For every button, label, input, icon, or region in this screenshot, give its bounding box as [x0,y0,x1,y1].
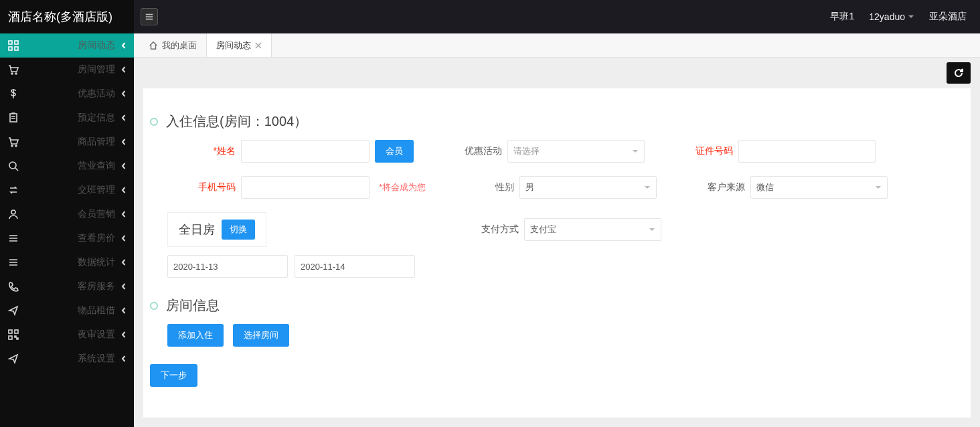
refresh-icon [953,68,964,78]
phone-hint: *将会成为您 [379,181,426,193]
gender-value: 男 [525,181,534,193]
date-end-input[interactable]: 2020-11-14 [295,255,415,278]
sidebar-item-label: 房间管理 [29,64,120,76]
tab-label: 房间动态 [216,39,251,52]
fullday-label: 全日房 [179,222,215,238]
clipboard-icon [8,112,19,123]
source-value: 微信 [756,181,774,193]
chevron-left-icon [120,355,127,362]
chevron-left-icon [120,163,127,169]
idno-input[interactable] [738,140,876,163]
tab-room-status[interactable]: 房间动态 [207,33,272,57]
pay-select[interactable]: 支付宝 [524,218,661,241]
sidebar-item-label: 优惠活动 [29,88,120,100]
svg-rect-0 [9,41,12,44]
sidebar-item-rental[interactable]: 物品租借 [0,298,134,323]
svg-point-4 [11,73,13,74]
sidebar-item-label: 系统设置 [29,353,120,365]
sidebar-item-label: 查看房价 [29,232,120,244]
tabs-bar: 我的桌面 房间动态 [134,33,980,58]
source-select[interactable]: 微信 [750,176,888,199]
section-title: 入住信息(房间：1004） [166,112,307,131]
caret-down-icon [875,184,882,191]
topbar: 早班1 12yaduo 亚朵酒店 [134,0,980,33]
phone-icon [8,281,19,292]
chevron-left-icon [120,307,127,314]
svg-point-9 [9,162,16,169]
promo-select[interactable]: 请选择 [507,140,645,163]
svg-point-7 [11,145,13,147]
sidebar-item-system-settings[interactable]: 系统设置 [0,347,134,371]
select-room-button[interactable]: 选择房间 [233,324,289,347]
svg-rect-11 [9,330,12,333]
hamburger-icon [145,12,154,21]
sidebar-item-shift-manage[interactable]: 交班管理 [0,178,134,202]
svg-rect-2 [9,47,12,50]
svg-rect-13 [9,336,12,339]
hotel-name[interactable]: 亚朵酒店 [929,11,967,23]
shift-label: 早班1 [830,11,854,23]
sidebar-item-night-audit[interactable]: 夜审设置 [0,323,134,347]
svg-point-8 [15,145,17,147]
sidebar-item-sales-query[interactable]: 营业查询 [0,154,134,178]
pay-label: 支付方式 [451,224,524,236]
menu-toggle-button[interactable] [141,8,158,25]
sidebar-item-view-price[interactable]: 查看房价 [0,226,134,250]
user-icon [8,209,19,220]
member-button[interactable]: 会员 [375,140,414,163]
sidebar: 房间动态 房间管理 优惠活动 预定信息 商品管理 [0,33,134,427]
chevron-left-icon [120,283,127,290]
sidebar-item-label: 房间动态 [29,39,120,52]
sidebar-item-room-service[interactable]: 客房服务 [0,274,134,298]
section-title: 房间信息 [166,296,220,315]
svg-point-10 [11,210,15,214]
chevron-left-icon [120,211,127,218]
sidebar-item-label: 商品管理 [29,136,120,148]
caret-down-icon [649,226,655,233]
sidebar-item-statistics[interactable]: 数据统计 [0,250,134,274]
caret-down-icon [908,13,914,20]
tab-home[interactable]: 我的桌面 [139,33,207,57]
caret-down-icon [632,148,639,155]
pay-value: 支付宝 [530,224,556,236]
name-input[interactable] [241,140,370,163]
svg-rect-1 [15,41,18,44]
ring-icon [150,118,158,126]
sidebar-item-label: 预定信息 [29,112,120,124]
sidebar-item-label: 数据统计 [29,256,120,268]
svg-rect-6 [10,114,17,122]
refresh-button[interactable] [947,62,971,84]
sidebar-item-label: 夜审设置 [29,329,120,341]
app-brand: 酒店名称(多酒店版) [0,0,134,33]
swap-icon [8,185,19,195]
chevron-left-icon [120,42,127,49]
sidebar-item-room-manage[interactable]: 房间管理 [0,58,134,82]
sidebar-item-label: 客房服务 [29,280,120,292]
add-checkin-button[interactable]: 添加入住 [167,324,224,347]
sidebar-item-room-status[interactable]: 房间动态 [0,33,134,58]
promo-placeholder: 请选择 [513,145,540,157]
name-label: *姓名 [167,145,241,157]
close-icon[interactable] [255,42,262,49]
cart-icon [8,64,19,75]
sidebar-item-member-marketing[interactable]: 会员营销 [0,202,134,226]
send-icon [8,353,19,364]
sidebar-item-label: 营业查询 [29,160,120,172]
date-start-input[interactable]: 2020-11-13 [167,255,288,278]
next-button[interactable]: 下一步 [150,364,197,387]
sidebar-item-booking[interactable]: 预定信息 [0,106,134,130]
idno-label: 证件号码 [665,145,738,157]
main-panel: 我的桌面 房间动态 入住信息(房间：1004） * [134,33,980,427]
user-dropdown[interactable]: 12yaduo [869,11,914,22]
sidebar-item-product-manage[interactable]: 商品管理 [0,130,134,154]
phone-label: 手机号码 [167,181,241,193]
phone-input[interactable] [241,176,370,199]
switch-button[interactable]: 切换 [222,220,255,240]
dollar-icon [8,88,19,99]
sidebar-item-label: 交班管理 [29,184,120,196]
sidebar-item-promotion[interactable]: 优惠活动 [0,82,134,106]
sidebar-item-label: 会员营销 [29,208,120,220]
chevron-left-icon [120,331,127,338]
gender-select[interactable]: 男 [519,176,657,199]
svg-rect-12 [15,330,18,333]
